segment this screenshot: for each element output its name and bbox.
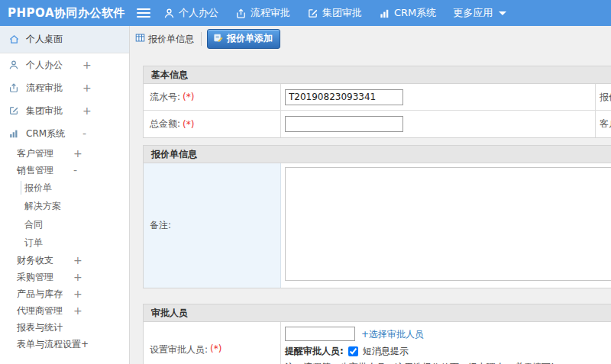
total-amount-label-cell: 总金额: (*)	[144, 111, 281, 137]
remark-textarea[interactable]	[285, 167, 611, 281]
collapse-minus-icon: -	[73, 164, 77, 176]
sidebar-item-label: 表单与流程设置+	[17, 338, 89, 351]
expand-plus-icon: +	[73, 254, 82, 266]
approval-section: 审批人员 设置审批人员: (*) +选择审批人员 提醒审批人员: 短消息提示 注…	[143, 304, 611, 364]
topbar: PHPOA协同办公软件 个人办公 流程审批 集团审批 CRM系统 更多应用	[0, 0, 611, 26]
add-form-icon	[213, 33, 223, 45]
sidebar: 个人桌面 个人办公 + 流程审批 + 集团审批 + CRM系统 - 客户管理 +…	[0, 26, 130, 364]
sidebar-item-crm-system[interactable]: CRM系统 -	[0, 122, 129, 145]
expand-plus-icon: +	[82, 105, 92, 117]
choose-approver-link[interactable]: +选择审批人员	[361, 329, 424, 340]
sidebar-item-workflow-approval[interactable]: 流程审批 +	[0, 76, 129, 99]
sidebar-item-label: 代理商管理	[17, 304, 63, 317]
sidebar-item-label: 采购管理	[17, 271, 53, 284]
hamburger-menu-icon[interactable]	[137, 8, 150, 18]
remind-line: 提醒审批人员: 短消息提示	[285, 345, 611, 358]
sidebar-item-personal-office[interactable]: 个人办公 +	[0, 53, 129, 76]
section-title: 报价单信息	[144, 146, 611, 163]
sidebar-item-label: 解决方案	[24, 200, 61, 213]
expand-plus-icon: +	[73, 288, 82, 300]
remark-field-cell	[281, 163, 611, 288]
bar-chart-icon	[379, 8, 390, 19]
sms-remind-checkbox[interactable]	[348, 346, 358, 356]
home-icon	[8, 34, 20, 46]
expand-plus-icon: +	[73, 147, 82, 159]
approver-row: 设置审批人员: (*) +选择审批人员 提醒审批人员: 短消息提示 注：流程第一…	[144, 322, 611, 364]
sidebar-item-contract[interactable]: 合同	[0, 215, 129, 234]
total-amount-input[interactable]	[285, 116, 403, 132]
sidebar-item-label: 产品与库存	[17, 288, 63, 301]
remind-label: 提醒审批人员:	[285, 345, 344, 358]
required-marker: (*)	[183, 92, 194, 102]
sidebar-item-reports-stats[interactable]: 报表与统计	[0, 319, 129, 336]
sidebar-item-label: 个人办公	[26, 59, 63, 72]
section-title: 审批人员	[144, 304, 611, 322]
sidebar-item-label: 销售管理	[17, 164, 53, 177]
quotation-add-form: 基本信息 流水号: (*) 报价 总金额: (*)	[143, 66, 611, 364]
sidebar-item-desktop[interactable]: 个人桌面	[0, 26, 129, 53]
nav-label: 流程审批	[251, 6, 290, 20]
sidebar-item-label: 报价单	[24, 182, 52, 195]
customer-label-cell: 客户	[596, 111, 611, 137]
app-logo: PHPOA协同办公软件	[8, 6, 125, 21]
sidebar-item-finance[interactable]: 财务收支 +	[0, 252, 129, 269]
user-icon	[8, 59, 20, 71]
table-icon	[135, 33, 145, 45]
total-amount-field-cell	[281, 111, 596, 137]
sidebar-item-sales-mgmt[interactable]: 销售管理 -	[0, 162, 129, 179]
tab-label: 报价单添加	[227, 32, 273, 45]
nav-label: 集团审批	[322, 6, 362, 20]
main-content: 报价单信息 报价单添加 基本信息 流水号: (*) 报价	[131, 26, 611, 364]
expand-plus-icon: +	[73, 271, 82, 283]
tab-quotation-add[interactable]: 报价单添加	[207, 29, 280, 49]
quotation-info-section: 报价单信息 备注:	[143, 145, 611, 288]
nav-more-apps[interactable]: 更多应用	[453, 6, 506, 20]
nav-label: 个人办公	[179, 6, 218, 20]
required-marker: (*)	[210, 343, 221, 354]
field-label: 客户	[600, 118, 611, 130]
serial-number-label-cell: 流水号: (*)	[144, 84, 281, 110]
sidebar-item-order[interactable]: 订单	[0, 234, 129, 252]
remark-label-cell: 备注:	[144, 163, 281, 288]
sidebar-item-group-approval[interactable]: 集团审批 +	[0, 99, 129, 122]
sidebar-item-customer-mgmt[interactable]: 客户管理 +	[0, 145, 129, 162]
approver-label-cell: 设置审批人员: (*)	[144, 322, 281, 364]
sidebar-item-label: 客户管理	[17, 147, 53, 160]
approver-note: 注：流程第一步审批人员，这里选择你的下一级办理人，必需填写!	[285, 361, 611, 364]
section-title: 基本信息	[144, 66, 611, 84]
workflow-icon	[235, 8, 247, 19]
expand-plus-icon: +	[73, 304, 82, 317]
sidebar-item-label: 集团审批	[26, 105, 63, 118]
workflow-icon	[8, 82, 20, 94]
sidebar-item-purchase-mgmt[interactable]: 采购管理 +	[0, 269, 129, 285]
sidebar-item-solution[interactable]: 解决方案	[0, 197, 129, 215]
field-label: 设置审批人员:	[150, 343, 208, 356]
nav-workflow-approval[interactable]: 流程审批	[235, 6, 290, 20]
serial-number-row: 流水号: (*) 报价	[144, 84, 611, 111]
sidebar-item-agent-mgmt[interactable]: 代理商管理 +	[0, 302, 129, 319]
approver-field-cell: +选择审批人员 提醒审批人员: 短消息提示 注：流程第一步审批人员，这里选择你的…	[281, 322, 611, 364]
sidebar-item-quotation[interactable]: 报价单	[0, 179, 129, 197]
field-label: 报价	[600, 91, 611, 104]
approver-input[interactable]	[285, 327, 355, 341]
nav-personal-office[interactable]: 个人办公	[163, 6, 218, 20]
expand-plus-icon: +	[82, 59, 92, 71]
nav-group-approval[interactable]: 集团审批	[307, 6, 362, 20]
total-amount-row: 总金额: (*) 客户	[144, 111, 611, 137]
required-marker: (*)	[183, 119, 194, 130]
field-label: 流水号:	[150, 91, 180, 104]
nav-crm-system[interactable]: CRM系统	[379, 6, 436, 20]
field-label: 总金额:	[150, 118, 180, 130]
sidebar-item-product-inventory[interactable]: 产品与库存 +	[0, 285, 129, 302]
sidebar-item-label: 报表与统计	[17, 321, 63, 334]
tab-quotation-info[interactable]: 报价单信息	[134, 32, 202, 46]
serial-number-input[interactable]	[285, 89, 403, 105]
sidebar-item-label: 订单	[24, 237, 43, 250]
sms-remind-label: 短消息提示	[363, 345, 409, 358]
edit-icon	[307, 8, 318, 19]
sidebar-item-form-workflow-settings[interactable]: 表单与流程设置+	[0, 336, 129, 353]
nav-label: 更多应用	[453, 6, 493, 20]
user-icon	[163, 8, 175, 19]
sidebar-item-label: 流程审批	[26, 82, 63, 95]
sidebar-item-label: CRM系统	[26, 127, 65, 140]
